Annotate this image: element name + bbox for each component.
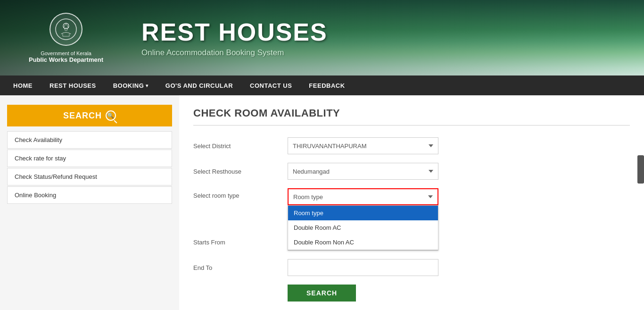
sidebar-item-check-availability[interactable]: Check Availability (7, 131, 172, 149)
sidebar-item-check-rate[interactable]: Check rate for stay (7, 150, 172, 167)
end-to-label: End To (193, 264, 288, 271)
form-area: CHECK ROOM AVAILABLITY Select District T… (179, 95, 644, 310)
search-button-row: SEARCH (193, 285, 630, 302)
page-title: CHECK ROOM AVAILABLITY (193, 107, 630, 119)
govt-label: Government of Kerala (41, 50, 91, 56)
subtitle: Online Accommodation Booking System (141, 48, 328, 58)
nav-booking[interactable]: BOOKING ▾ (105, 75, 157, 95)
main-content: SEARCH 🔍 Check Availability Check rate f… (0, 95, 644, 310)
district-row: Select District THIRUVANANTHAPURAM (193, 137, 630, 154)
sidebar-item-online-booking[interactable]: Online Booking (7, 186, 172, 204)
svg-point-2 (65, 28, 67, 31)
sidebar: SEARCH 🔍 Check Availability Check rate f… (0, 95, 179, 310)
logo-emblem (50, 13, 83, 46)
logo-area: Government of Kerala Public Works Depart… (0, 8, 132, 68)
end-to-input[interactable] (288, 259, 438, 276)
nav-feedback[interactable]: FEEDBACK (300, 75, 353, 95)
room-type-option-double-room-ac[interactable]: Double Room AC (288, 220, 438, 235)
starts-from-label: Starts From (193, 239, 288, 246)
district-label: Select District (193, 142, 288, 150)
dept-label: Public Works Department (29, 56, 103, 63)
search-submit-button[interactable]: SEARCH (288, 285, 356, 302)
resthouse-select[interactable]: Nedumangad (288, 163, 438, 180)
nav-contact[interactable]: CONTACT US (241, 75, 300, 95)
sidebar-item-check-status[interactable]: Check Status/Refund Request (7, 168, 172, 185)
navbar: HOME REST HOUSES BOOKING ▾ GO'S AND CIRC… (0, 75, 644, 95)
resthouse-label: Select Resthouse (193, 168, 288, 175)
main-title: REST HOUSES (141, 18, 328, 46)
nav-home[interactable]: HOME (5, 75, 41, 95)
room-type-row: Select room type Room type Double Room A… (193, 188, 630, 205)
room-type-select[interactable]: Room type Double Room AC Double Room Non… (288, 188, 438, 205)
search-icon: 🔍 (106, 110, 116, 121)
nav-rest-houses[interactable]: REST HOUSES (41, 75, 105, 95)
header: Government of Kerala Public Works Depart… (0, 0, 644, 75)
room-type-option-double-room-non-ac[interactable]: Double Room Non AC (288, 235, 438, 250)
room-type-option-room-type[interactable]: Room type (288, 206, 438, 220)
scroll-indicator[interactable] (637, 155, 644, 184)
end-to-row: End To (193, 259, 630, 276)
room-type-dropdown-container: Room type Double Room AC Double Room Non… (288, 188, 438, 205)
search-sidebar-button[interactable]: SEARCH 🔍 (7, 105, 172, 126)
nav-gos-circular[interactable]: GO'S AND CIRCULAR (157, 75, 241, 95)
resthouse-row: Select Resthouse Nedumangad (193, 163, 630, 180)
district-select[interactable]: THIRUVANANTHAPURAM (288, 137, 438, 154)
header-title-area: REST HOUSES Online Accommodation Booking… (132, 18, 328, 58)
room-type-label: Select room type (193, 188, 288, 199)
booking-dropdown-arrow: ▾ (146, 83, 149, 88)
room-type-dropdown-list: Room type Double Room AC Double Room Non… (288, 205, 438, 250)
form-divider (193, 125, 630, 126)
